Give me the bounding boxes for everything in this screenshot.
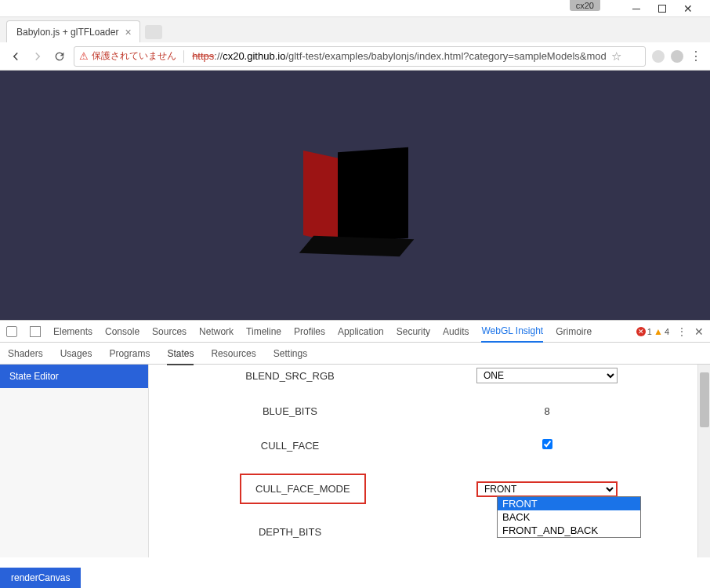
tab-network[interactable]: Network	[199, 321, 234, 342]
tab-elements[interactable]: Elements	[53, 321, 92, 342]
browser-tab-bar: Babylon.js + glTFLoader ×	[0, 17, 710, 42]
tab-title: Babylon.js + glTFLoader	[16, 27, 118, 38]
url-path: /gltf-test/examples/babylonjs/index.html…	[285, 50, 606, 62]
scrollbar[interactable]	[697, 365, 710, 557]
state-row-cull-face: CULL_FACE	[149, 428, 710, 463]
subtab-states[interactable]: States	[167, 348, 194, 365]
devtools-menu-icon[interactable]: ⋮	[677, 326, 686, 337]
cull-face-mode-dropdown: FRONT BACK FRONT_AND_BACK	[497, 496, 641, 538]
subtab-resources[interactable]: Resources	[211, 348, 255, 359]
maximize-button[interactable]	[658, 5, 666, 13]
extension-icon-2[interactable]	[671, 50, 683, 63]
cull-face-checkbox[interactable]	[542, 439, 552, 449]
state-label: BLEND_SRC_RGB	[149, 370, 431, 382]
tab-close-icon[interactable]: ×	[118, 26, 131, 38]
new-tab-button[interactable]	[145, 25, 162, 39]
browser-menu-icon[interactable]: ⋮	[690, 49, 702, 64]
tab-security[interactable]: Security	[397, 321, 430, 342]
security-text: 保護されていません	[92, 49, 176, 63]
devtools-subtabs: Shaders Usages Programs States Resources…	[0, 343, 710, 365]
url-input[interactable]: ⚠ 保護されていません │ https://cx20.github.io/glt…	[74, 46, 646, 67]
tab-sources[interactable]: Sources	[152, 321, 187, 342]
state-value: 8	[431, 405, 710, 417]
tab-audits[interactable]: Audits	[443, 321, 469, 342]
subtab-usages[interactable]: Usages	[60, 348, 92, 359]
state-label: CULL_FACE	[149, 440, 431, 452]
url-domain: cx20.github.io	[223, 50, 285, 62]
https-label: https	[192, 50, 214, 62]
cube-left-face	[303, 151, 339, 243]
forward-button[interactable]	[30, 49, 45, 64]
state-row-blue-bits: BLUE_BITS 8	[149, 394, 710, 428]
security-warning: ⚠ 保護されていません	[79, 49, 176, 63]
dropdown-option-front[interactable]: FRONT	[498, 497, 640, 510]
scrollbar-thumb[interactable]	[700, 372, 709, 427]
close-button[interactable]: ✕	[683, 4, 693, 13]
error-icon: ✕	[636, 327, 646, 336]
back-button[interactable]	[8, 49, 24, 64]
blend-src-rgb-select[interactable]: ONE	[476, 368, 618, 383]
address-bar: ⚠ 保護されていません │ https://cx20.github.io/glt…	[0, 42, 710, 71]
dropdown-option-front-and-back[interactable]: FRONT_AND_BACK	[498, 524, 640, 537]
tab-profiles[interactable]: Profiles	[294, 321, 325, 342]
bookmark-star-icon[interactable]: ☆	[611, 49, 621, 64]
render-canvas[interactable]	[0, 71, 710, 320]
bottom-tab-rendercanvas[interactable]: renderCanvas	[0, 568, 81, 588]
state-value: FRONT	[431, 481, 710, 497]
devtools-close-icon[interactable]: ✕	[694, 325, 704, 338]
cube-bottom-face	[299, 236, 415, 257]
device-toggle-icon[interactable]	[30, 326, 41, 337]
tab-grimoire[interactable]: Grimoire	[556, 321, 592, 342]
state-label-highlighted: CULL_FACE_MODE	[240, 474, 366, 504]
warning-icon: ⚠	[79, 50, 89, 62]
cull-face-mode-select[interactable]: FRONT	[476, 481, 618, 497]
devtools-tabs: Elements Console Sources Network Timelin…	[0, 321, 710, 343]
window-controls: ─ ✕	[632, 0, 710, 16]
reload-button[interactable]	[52, 49, 67, 64]
sidebar-state-editor[interactable]: State Editor	[0, 365, 148, 388]
url-separator: │	[181, 50, 187, 62]
devtools-sidebar: State Editor	[0, 365, 149, 557]
subtab-programs[interactable]: Programs	[109, 348, 150, 359]
url-text: https://cx20.github.io/gltf-test/example…	[192, 50, 607, 62]
error-badge[interactable]: ✕ 1 ▲ 4	[636, 326, 669, 337]
error-count: 1	[647, 327, 652, 336]
warning-icon: ▲	[654, 326, 663, 337]
state-label: DEPTH_BITS	[149, 526, 431, 538]
extension-icon-1[interactable]	[652, 50, 665, 63]
inspect-element-icon[interactable]	[6, 326, 17, 337]
devtools-body: State Editor BLEND_SRC_RGB ONE BLUE_BITS…	[0, 365, 710, 557]
tab-timeline[interactable]: Timeline	[246, 321, 281, 342]
browser-tab[interactable]: Babylon.js + glTFLoader ×	[6, 20, 140, 42]
window-tag: cx20	[570, 0, 600, 11]
window-titlebar: cx20 ─ ✕	[0, 0, 710, 17]
tab-console[interactable]: Console	[105, 321, 139, 342]
cube-front-face	[338, 147, 408, 243]
state-value: ONE	[431, 368, 710, 383]
state-label: BLUE_BITS	[149, 405, 431, 417]
minimize-button[interactable]: ─	[632, 4, 641, 13]
tab-application[interactable]: Application	[338, 321, 384, 342]
tab-webgl-insight[interactable]: WebGL Insight	[481, 321, 543, 343]
subtab-shaders[interactable]: Shaders	[8, 348, 43, 359]
subtab-settings[interactable]: Settings	[273, 348, 307, 359]
dropdown-option-back[interactable]: BACK	[498, 510, 640, 524]
warning-count: 4	[665, 327, 669, 336]
state-value	[431, 439, 710, 452]
cube-model	[303, 143, 407, 247]
devtools-panel: Elements Console Sources Network Timelin…	[0, 320, 710, 557]
state-editor-content: BLEND_SRC_RGB ONE BLUE_BITS 8 CULL_FACE	[149, 365, 710, 557]
state-row-blend-src-rgb: BLEND_SRC_RGB ONE	[149, 365, 710, 394]
